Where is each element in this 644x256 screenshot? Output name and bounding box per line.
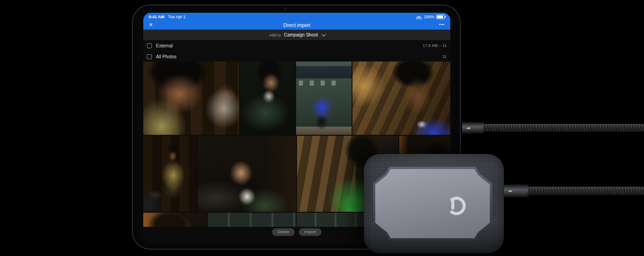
drive-metal-plate (375, 169, 490, 238)
add-to-bar: Add to Campaign Shoot (143, 30, 450, 40)
album-selector[interactable]: Campaign Shoot (284, 32, 318, 37)
photo-thumbnail[interactable] (198, 136, 296, 212)
battery-full-icon (436, 15, 445, 19)
source-label: All Photos (156, 54, 176, 59)
source-detail: 11 (443, 54, 447, 59)
source-row-external[interactable]: External 17.6 MB – 11 (143, 40, 450, 51)
source-detail: 17.6 MB – 11 (423, 43, 447, 48)
cable-connector-icon (504, 184, 528, 197)
thunderbolt-mark-icon (466, 128, 471, 129)
grid-row (143, 61, 450, 135)
photo-thumbnail[interactable] (143, 61, 239, 135)
chevron-down-icon[interactable] (322, 32, 326, 36)
battery-percent: 100% (424, 15, 434, 19)
source-label: External (156, 43, 173, 48)
status-time: 9:41 AM (149, 15, 164, 19)
status-bar: 9:41 AM Tue Apr 1 100% (143, 13, 450, 20)
front-camera-icon (284, 7, 287, 10)
photo-thumbnail[interactable] (296, 61, 352, 135)
cable-braid (483, 124, 644, 132)
app-header: ✕ Direct import ••• (143, 20, 450, 30)
add-to-label: Add to (269, 33, 281, 37)
source-row-all-photos[interactable]: All Photos 11 (143, 51, 450, 62)
drive-plate-bezel (373, 167, 492, 241)
photo-thumbnail[interactable] (208, 213, 296, 227)
checkbox-all-photos[interactable] (147, 54, 152, 59)
scene: 9:41 AM Tue Apr 1 100% ✕ Direct import •… (0, 0, 644, 256)
photo-thumbnail[interactable] (352, 61, 450, 135)
g-drive-logo-icon (444, 193, 469, 219)
status-date: Tue Apr 1 (168, 15, 186, 19)
cable-connector-icon (462, 122, 484, 133)
cable-braid (528, 187, 644, 195)
delete-button[interactable]: Delete (272, 228, 295, 236)
wifi-icon (416, 15, 422, 19)
photo-thumbnail[interactable] (143, 136, 197, 212)
checkbox-external[interactable] (147, 43, 152, 48)
thunderbolt-mark-icon (508, 190, 513, 192)
page-title: Direct import (143, 22, 450, 28)
portable-drive (364, 154, 504, 253)
import-button[interactable]: Import (299, 228, 322, 236)
photo-thumbnail[interactable] (143, 213, 207, 227)
sensor-dot-icon (300, 8, 302, 10)
photo-thumbnail[interactable] (240, 61, 295, 135)
top-bars: 9:41 AM Tue Apr 1 100% ✕ Direct import •… (143, 13, 450, 30)
